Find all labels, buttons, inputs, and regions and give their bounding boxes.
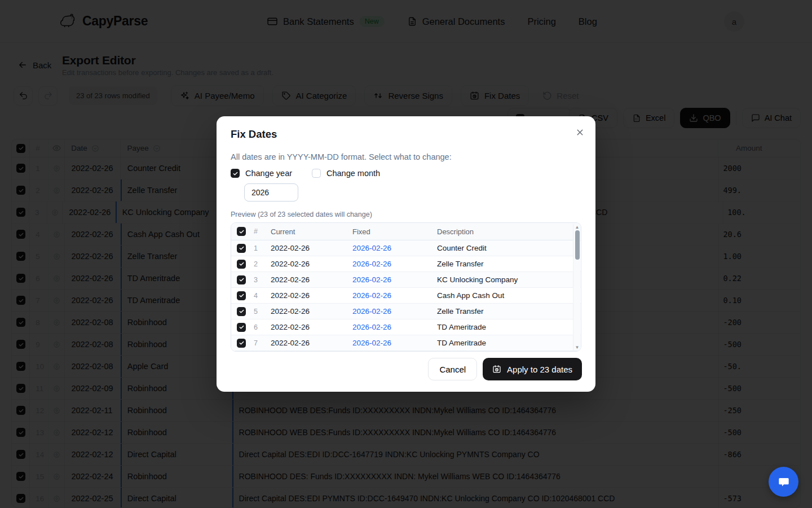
preview-row: 4 2022-02-26 2026-02-26 Cash App Cash Ou… [231,288,581,304]
fix-dates-modal: Fix Dates All dates are in YYYY-MM-DD fo… [217,116,595,392]
preview-fixed-date: 2026-02-26 [352,323,437,331]
preview-row-number: 6 [254,323,271,331]
preview-row-checkbox[interactable] [237,260,246,269]
preview-select-all-checkbox[interactable] [237,227,246,236]
check-icon [239,292,245,299]
change-year-option[interactable]: Change year [231,169,292,178]
preview-fixed-date: 2026-02-26 [352,275,437,284]
close-icon[interactable] [575,128,585,137]
apply-button[interactable]: Apply to 23 dates [483,358,582,380]
preview-fixed-date: 2026-02-26 [352,244,437,252]
modal-footer: Cancel Apply to 23 dates [428,358,582,380]
check-icon [239,245,245,251]
preview-body: 1 2022-02-26 2026-02-26 Counter Credit 2… [231,240,581,351]
preview-row-number: 1 [254,244,271,252]
modal-description: All dates are in YYYY-MM-DD format. Sele… [231,152,452,161]
preview-row-number: 4 [254,292,271,300]
preview-header-fixed: Fixed [352,227,437,236]
change-month-option[interactable]: Change month [312,169,380,178]
preview-row: 6 2022-02-26 2026-02-26 TD Ameritrade [231,319,581,335]
change-month-checkbox[interactable] [312,169,321,178]
check-icon [239,324,245,330]
preview-current-date: 2022-02-26 [271,307,352,316]
preview-row-number: 5 [254,308,271,316]
cancel-button[interactable]: Cancel [428,358,477,380]
preview-row-number: 2 [254,260,271,268]
preview-row: 2 2022-02-26 2026-02-26 Zelle Transfer [231,256,581,272]
preview-row-checkbox[interactable] [237,307,246,316]
preview-fixed-date: 2026-02-26 [352,291,437,300]
change-year-label: Change year [245,169,292,178]
preview-current-date: 2022-02-26 [271,260,352,268]
preview-fixed-date: 2026-02-26 [352,260,437,268]
preview-current-date: 2022-02-26 [271,339,352,347]
year-input[interactable] [244,183,298,202]
preview-row-checkbox[interactable] [237,244,246,253]
preview-label: Preview (23 of 23 selected dates will ch… [231,211,372,218]
chat-bubble-icon [776,475,791,489]
preview-description: TD Ameritrade [437,323,581,331]
preview-header-row: # Current Fixed Description [231,223,581,240]
preview-current-date: 2022-02-26 [271,291,352,300]
scroll-up-icon[interactable]: ▲ [573,224,581,230]
preview-current-date: 2022-02-26 [271,323,352,331]
preview-table: # Current Fixed Description 1 2022-02-26… [231,222,581,352]
scroll-down-icon[interactable]: ▼ [573,344,581,351]
preview-row-checkbox[interactable] [237,291,246,300]
preview-description: Counter Credit [437,244,581,252]
check-icon [239,277,245,283]
check-icon [239,340,245,346]
modal-title: Fix Dates [231,128,277,141]
change-year-checkbox[interactable] [231,169,240,178]
preview-header-num: # [254,227,271,235]
preview-row-checkbox[interactable] [237,323,246,332]
preview-row-checkbox[interactable] [237,339,246,348]
preview-row: 5 2022-02-26 2026-02-26 Zelle Transfer [231,304,581,319]
preview-row-checkbox[interactable] [237,275,246,284]
preview-row-number: 7 [254,339,271,347]
preview-description: Zelle Transfer [437,260,581,268]
preview-current-date: 2022-02-26 [271,275,352,284]
preview-row: 7 2022-02-26 2026-02-26 TD Ameritrade [231,335,581,351]
check-icon [239,308,245,314]
check-icon [239,261,245,267]
scrollbar-thumb[interactable] [575,230,580,260]
preview-current-date: 2022-02-26 [271,244,352,252]
apply-label: Apply to 23 dates [507,365,572,374]
preview-description: Cash App Cash Out [437,291,581,300]
preview-description: KC Unlocking Company [437,275,581,284]
preview-scrollbar[interactable]: ▲ ▼ [573,224,580,351]
preview-row: 3 2022-02-26 2026-02-26 KC Unlocking Com… [231,272,581,288]
check-icon [239,229,245,235]
preview-description: TD Ameritrade [437,339,581,347]
preview-description: Zelle Transfer [437,307,581,316]
calendar-clock-icon [492,365,501,374]
preview-fixed-date: 2026-02-26 [352,339,437,347]
chat-widget-button[interactable] [769,467,798,497]
check-icon [232,170,239,177]
preview-row: 1 2022-02-26 2026-02-26 Counter Credit [231,240,581,256]
preview-header-current: Current [271,227,352,236]
change-month-label: Change month [326,169,380,178]
preview-row-number: 3 [254,276,271,284]
preview-header-description: Description [437,227,581,236]
preview-fixed-date: 2026-02-26 [352,307,437,316]
